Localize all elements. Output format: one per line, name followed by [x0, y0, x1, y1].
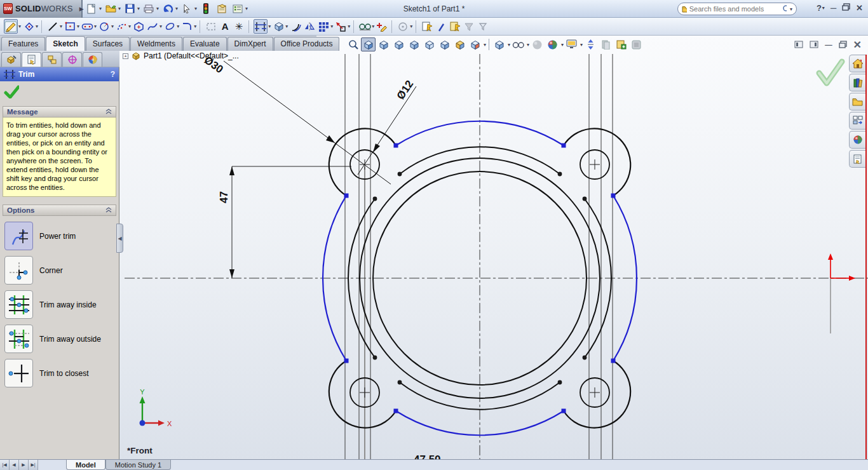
pane-right-button[interactable] [810, 39, 818, 51]
convert-entities-caret[interactable]: ▾ [285, 24, 288, 29]
feature-tree-root[interactable]: + Part1 (Default<<Default>_... [123, 51, 239, 60]
smart-dimension-caret[interactable]: ▾ [36, 24, 38, 29]
confirmation-corner-check[interactable] [814, 57, 847, 88]
panel-help-button[interactable]: ? [111, 70, 115, 79]
relations-caret[interactable]: ▾ [372, 24, 374, 29]
edit-appearance-icon[interactable] [530, 37, 545, 51]
zoom-to-fit-icon[interactable] [346, 37, 360, 51]
circle-caret[interactable]: ▾ [111, 24, 114, 29]
doc-minimize-button[interactable]: ─ [825, 39, 832, 51]
view-orientation-caret[interactable]: ▾ [484, 42, 486, 48]
trim-away-outside-button[interactable] [4, 325, 33, 353]
traffic-light-icon[interactable] [199, 2, 213, 16]
no-external-references-icon[interactable] [449, 19, 461, 34]
trim-caret[interactable]: ▾ [268, 24, 271, 29]
solidworks-resources-icon[interactable] [849, 55, 865, 72]
straight-slot-icon[interactable] [81, 19, 93, 34]
display-style-caret[interactable]: ▾ [508, 42, 510, 48]
search-box[interactable]: ▾ [677, 3, 797, 15]
help-button[interactable]: ? [817, 3, 822, 13]
close-doc-view-icon[interactable] [629, 37, 644, 51]
sketch-drawing[interactable]: Ø30 Ø12 47 47.50 [119, 36, 868, 459]
top-view-icon[interactable] [407, 37, 421, 51]
ellipse-caret[interactable]: ▾ [177, 24, 179, 29]
dimxpertmanager-tab[interactable] [62, 52, 82, 67]
tab-dimxpert[interactable]: DimXpert [227, 37, 273, 51]
pane-split-icon[interactable] [583, 37, 598, 51]
quick-snaps-icon[interactable] [397, 19, 409, 34]
help-caret[interactable]: ▾ [822, 5, 825, 11]
tab-surfaces[interactable]: Surfaces [86, 37, 130, 51]
dimension-vertical-47[interactable]: 47 [218, 166, 351, 278]
section-view-icon[interactable] [452, 37, 467, 51]
configurationmanager-tab[interactable] [42, 52, 62, 67]
convert-entities-icon[interactable] [272, 19, 285, 34]
hide-show-caret[interactable]: ▾ [527, 42, 529, 48]
tab-weldments[interactable]: Weldments [130, 37, 182, 51]
trim-to-closest-button[interactable] [4, 359, 33, 387]
custom-properties-icon[interactable] [849, 150, 865, 168]
centerlines[interactable] [125, 54, 868, 459]
design-library-icon[interactable] [849, 74, 865, 91]
pattern-caret[interactable]: ▾ [330, 24, 333, 29]
plane-icon[interactable] [205, 19, 217, 34]
offset-entities-icon[interactable] [289, 19, 302, 34]
doc-restore-button[interactable] [839, 39, 847, 51]
restore-button[interactable] [842, 3, 850, 13]
options-caret[interactable]: ▾ [245, 6, 248, 11]
dimension-text-d12[interactable]: Ø12 [395, 78, 416, 102]
pane-left-button[interactable] [794, 39, 803, 51]
move-entities-icon[interactable] [334, 19, 347, 34]
first-study-button[interactable]: |◀ [0, 460, 10, 470]
mirror-entities-icon[interactable] [303, 19, 316, 34]
print-button[interactable] [142, 2, 156, 16]
displaymanager-tab[interactable] [83, 52, 102, 67]
view-settings-caret[interactable]: ▾ [580, 42, 583, 48]
save-doc-view-icon[interactable] [614, 37, 628, 51]
tree-root-label[interactable]: Part1 (Default<<Default>_... [144, 51, 239, 60]
compare-doc-icon[interactable] [599, 37, 613, 51]
tab-sketch[interactable]: Sketch [46, 36, 85, 51]
view-orientation-icon[interactable] [468, 37, 482, 51]
previous-study-button[interactable]: ◀ [10, 460, 19, 470]
next-study-button[interactable]: ▶ [19, 460, 29, 470]
sketch-fillet-icon[interactable] [180, 19, 193, 34]
open-caret[interactable]: ▾ [118, 6, 121, 11]
dimension-text-4750[interactable]: 47.50 [414, 453, 441, 459]
repair-sketch-icon[interactable] [376, 19, 388, 34]
trim-entities-button[interactable] [254, 19, 268, 34]
undo-button[interactable] [161, 2, 175, 16]
doc-close-button[interactable]: ✕ [853, 39, 862, 51]
text-icon[interactable]: A [219, 19, 231, 34]
motion-study-tab[interactable]: Motion Study 1 [105, 460, 171, 470]
line-icon[interactable] [46, 19, 59, 34]
corner-rectangle-icon[interactable] [64, 19, 76, 34]
tab-evaluate[interactable]: Evaluate [183, 37, 227, 51]
dimension-hole-diameter[interactable]: Ø12 [358, 78, 416, 175]
straight-slot-caret[interactable]: ▾ [94, 24, 97, 29]
file-explorer-icon[interactable] [849, 93, 865, 111]
search-input[interactable] [689, 5, 780, 13]
tree-expand-icon[interactable]: + [123, 53, 128, 59]
select-caret[interactable]: ▾ [194, 6, 197, 11]
collapse-chevron-icon[interactable] [105, 207, 112, 214]
file-properties-button[interactable] [215, 2, 229, 16]
corner-button[interactable] [4, 256, 33, 285]
save-caret[interactable]: ▾ [137, 6, 140, 11]
filter-graphics-icon[interactable] [477, 19, 489, 34]
sketch-button[interactable] [4, 19, 18, 34]
panel-collapse-handle[interactable]: ◀ [116, 224, 123, 253]
selection-filter-icon[interactable] [463, 19, 475, 34]
save-button[interactable] [123, 2, 137, 16]
message-section-header[interactable]: Message [3, 106, 116, 117]
display-delete-relations-icon[interactable] [358, 19, 371, 34]
propertymanager-tab[interactable] [22, 52, 41, 67]
circle-icon[interactable] [98, 19, 111, 34]
menu-flyout-arrow[interactable]: ▶ [79, 6, 84, 12]
smart-dimension-icon[interactable] [22, 19, 35, 34]
select-button[interactable] [180, 2, 194, 16]
display-style-icon[interactable] [492, 37, 506, 51]
options-section-header[interactable]: Options [3, 205, 116, 216]
options-list-button[interactable] [231, 2, 245, 16]
linear-sketch-pattern-icon[interactable] [317, 19, 330, 34]
